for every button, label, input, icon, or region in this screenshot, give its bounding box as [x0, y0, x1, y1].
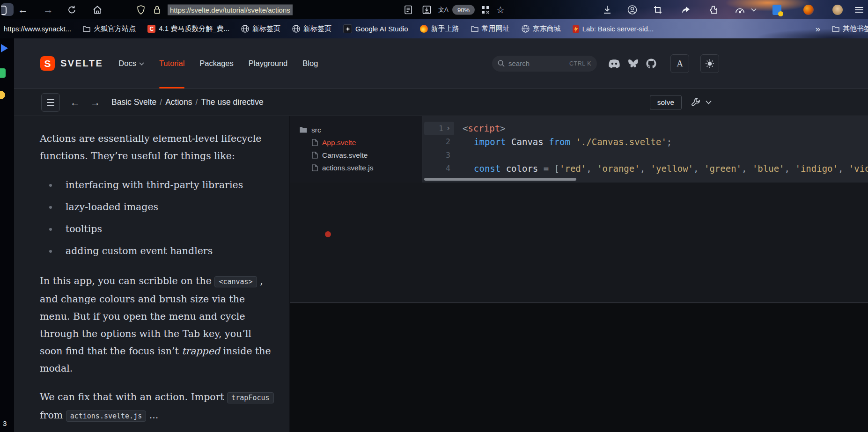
- inline-code-chip: actions.svelte.js: [66, 410, 147, 422]
- extension-download-icon[interactable]: [772, 5, 781, 15]
- breadcrumb-part[interactable]: Basic Svelte: [111, 97, 156, 107]
- bookmark-item[interactable]: 京东商城: [522, 24, 561, 33]
- line-number: 3: [422, 148, 455, 162]
- next-lesson-button[interactable]: →: [90, 97, 100, 108]
- bookmark-item[interactable]: Lab: Basic server-sid...: [573, 25, 654, 33]
- desktop-green-icon: [0, 68, 6, 78]
- account-icon[interactable]: [627, 5, 637, 15]
- lesson-bullet: tooltips: [40, 222, 274, 236]
- github-icon[interactable]: [646, 59, 656, 68]
- home-button[interactable]: [93, 5, 102, 14]
- lesson-bullet: interfacing with third-party libraries: [40, 178, 274, 192]
- gauge-icon[interactable]: [735, 6, 745, 14]
- firefox-favicon: [420, 25, 428, 33]
- desktop-blue-icon: [1, 44, 8, 52]
- nav-item-label: Packages: [199, 59, 233, 68]
- folder-icon: [471, 26, 478, 32]
- code-editor[interactable]: 1›234 <script>import Canvas from './Canv…: [422, 116, 868, 183]
- file-item-App.svelte[interactable]: App.svelte: [290, 136, 422, 149]
- bookmark-item[interactable]: 常用网址: [471, 24, 510, 33]
- wrench-icon[interactable]: [691, 97, 701, 107]
- bookmark-item[interactable]: 火狐官方站点: [83, 24, 136, 33]
- bookmark-label: 新标签页: [303, 24, 331, 33]
- fold-chevron-icon[interactable]: ›: [446, 124, 450, 132]
- lock-icon[interactable]: [154, 5, 161, 14]
- site-brand[interactable]: SVELTE: [60, 58, 103, 69]
- lesson-menu-button[interactable]: [41, 93, 60, 112]
- zoom-level-badge[interactable]: 90%: [452, 5, 475, 15]
- breadcrumb: Basic Svelte/Actions/The use directive: [111, 97, 264, 107]
- bookmarks-bar: https://www.synackt...火狐官方站点C4.1 费马质数分解_…: [0, 19, 868, 38]
- screenshot-crop-icon[interactable]: [654, 6, 662, 14]
- tools-chevron-icon[interactable]: [706, 100, 712, 104]
- breadcrumb-part[interactable]: The use directive: [201, 97, 263, 107]
- output-preview[interactable]: [290, 183, 868, 302]
- lesson-paragraph: We can fix that with an action. Import t…: [40, 388, 274, 425]
- nav-item-blog[interactable]: Blog: [302, 38, 318, 88]
- theme-toggle-button[interactable]: [700, 54, 719, 73]
- folder-icon: [83, 26, 90, 32]
- url-bar[interactable]: https://svelte.dev/tutorial/svelte/actio…: [168, 4, 293, 15]
- bookmark-item[interactable]: Google AI Studio: [343, 24, 408, 33]
- folder-src[interactable]: src: [290, 124, 422, 136]
- bookmarks-overflow-chevrons[interactable]: »: [815, 24, 820, 34]
- bookmark-item[interactable]: 新标签页: [292, 24, 331, 33]
- horizontal-scrollbar[interactable]: [424, 178, 576, 181]
- breadcrumb-part[interactable]: Actions: [165, 97, 192, 107]
- bookmark-star-icon[interactable]: ☆: [496, 4, 505, 15]
- save-page-icon[interactable]: [422, 5, 431, 14]
- line-number-gutter: 1›234: [422, 122, 455, 175]
- nav-item-tutorial[interactable]: Tutorial: [159, 38, 184, 88]
- font-toggle-button[interactable]: A: [670, 54, 689, 73]
- menu-hamburger-icon[interactable]: [855, 6, 863, 14]
- code-line: const colors = ['red', 'orange', 'yellow…: [455, 162, 868, 176]
- globe-icon: [292, 25, 300, 33]
- nav-item-label: Tutorial: [159, 59, 184, 68]
- active-nav-underline: [159, 87, 184, 88]
- browser-toolbar: ← → https://svelte.dev/tutorial/svelte/a…: [0, 0, 868, 19]
- svelte-site: S SVELTE DocsTutorialPackagesPlaygroundB…: [14, 38, 868, 432]
- nav-item-playground[interactable]: Playground: [249, 38, 287, 88]
- bookmark-item[interactable]: 新手上路: [420, 24, 459, 33]
- reload-button[interactable]: [67, 5, 76, 14]
- bookmark-item[interactable]: C4.1 费马质数分解_费...: [147, 24, 229, 33]
- breadcrumb-separator: /: [192, 97, 201, 107]
- back-button[interactable]: ←: [18, 5, 28, 15]
- window-edge-button[interactable]: [1, 3, 14, 16]
- globe-icon: [522, 25, 530, 33]
- folder-icon: [832, 26, 839, 32]
- file-item-actions.svelte.js[interactable]: actions.svelte.js: [290, 161, 422, 174]
- search-input[interactable]: search CTRL K: [492, 56, 597, 72]
- lesson-paragraph: In this app, you can scribble on the <ca…: [40, 272, 274, 377]
- folder-icon: [300, 127, 307, 133]
- extension-globe-icon[interactable]: [803, 5, 814, 15]
- file-item-Canvas.svelte[interactable]: Canvas.svelte: [290, 149, 422, 161]
- screen: ← → https://svelte.dev/tutorial/svelte/a…: [0, 0, 868, 432]
- curved-arrow-icon[interactable]: [682, 6, 691, 14]
- nav-item-docs[interactable]: Docs: [118, 38, 144, 88]
- shield-icon[interactable]: [137, 5, 145, 15]
- discord-icon[interactable]: [608, 59, 620, 68]
- gauge-dropdown-chevron-icon[interactable]: [751, 8, 757, 12]
- solve-button[interactable]: solve: [650, 95, 682, 110]
- file-icon: [312, 139, 318, 146]
- translate-icon[interactable]: 文A: [438, 6, 449, 14]
- prev-lesson-button[interactable]: ←: [70, 97, 80, 108]
- reader-mode-icon[interactable]: [405, 5, 412, 14]
- other-bookmarks-folder[interactable]: 其他书签: [832, 24, 868, 33]
- svelte-logo-icon[interactable]: S: [40, 56, 55, 71]
- downloads-icon[interactable]: [603, 5, 611, 14]
- extension-avatar-icon[interactable]: [832, 5, 843, 15]
- bookmark-label: 新手上路: [431, 24, 459, 33]
- file-name: Canvas.svelte: [322, 151, 368, 160]
- qr-code-icon[interactable]: [481, 6, 490, 14]
- code-lines: <script>import Canvas from './Canvas.sve…: [455, 122, 868, 175]
- extensions-puzzle-icon[interactable]: [709, 5, 718, 14]
- bluesky-icon[interactable]: [628, 59, 639, 68]
- lesson-bullet: adding custom event handlers: [40, 244, 274, 258]
- bookmark-item[interactable]: 新标签页: [241, 24, 280, 33]
- forward-button[interactable]: →: [43, 5, 53, 15]
- bookmark-item[interactable]: https://www.synackt...: [4, 25, 71, 33]
- bookmark-label: 火狐官方站点: [94, 24, 136, 33]
- nav-item-packages[interactable]: Packages: [199, 38, 233, 88]
